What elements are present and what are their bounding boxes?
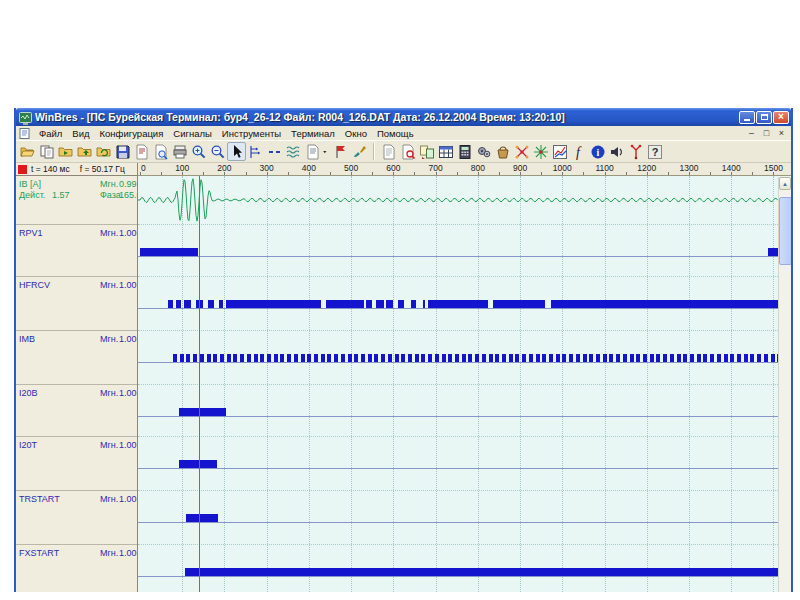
info-icon[interactable]: i	[588, 142, 607, 161]
folder-refresh-icon[interactable]	[94, 142, 113, 161]
menu-окно[interactable]: Окно	[340, 128, 372, 139]
menu-конфигурация[interactable]: Конфигурация	[95, 128, 169, 139]
mdi-close-button[interactable]: ×	[775, 128, 788, 138]
trace-row-i20b[interactable]	[138, 385, 778, 437]
digital-pulse	[551, 300, 778, 308]
titlebar[interactable]: WinBres - [ПС Бурейская Терминал: бур4_2…	[16, 108, 791, 126]
folder-up-icon[interactable]	[75, 142, 94, 161]
digital-pulse	[757, 354, 761, 362]
digital-pulse	[294, 354, 298, 362]
marker-flag-icon[interactable]	[331, 142, 350, 161]
menu-вид[interactable]: Вид	[67, 128, 94, 139]
close-button[interactable]: ×	[773, 111, 789, 124]
basket-icon[interactable]	[493, 142, 512, 161]
digital-pulse	[442, 354, 446, 362]
digital-pulse	[388, 354, 392, 362]
menu-сигналы[interactable]: Сигналы	[168, 128, 217, 139]
window-controls: ×	[739, 111, 789, 124]
page-marked-icon[interactable]	[132, 142, 151, 161]
restore-button[interactable]	[756, 111, 772, 124]
menu-помощь[interactable]: Помощь	[372, 128, 419, 139]
main-content: t = 140 мс f = 50.17 Гц IB [A]Мгн.0.99Де…	[16, 163, 791, 592]
signal-label-row-trstart[interactable]: TRSTARTМгн.1.00	[16, 491, 137, 545]
scroll-up-button[interactable]: ▲	[779, 177, 791, 190]
param-label: Мгн.	[100, 280, 118, 290]
trace-row-fxstart[interactable]	[138, 545, 778, 592]
page-swap-icon[interactable]	[417, 142, 436, 161]
digital-pulse	[314, 354, 318, 362]
vertical-scrollbar[interactable]: ▲	[778, 177, 791, 592]
dash-tool-icon[interactable]	[265, 142, 284, 161]
menu-файл[interactable]: Файл	[34, 128, 67, 139]
trace-row-imb[interactable]	[138, 331, 778, 385]
new-page-icon[interactable]	[379, 142, 398, 161]
param-value: 1.00	[119, 388, 137, 398]
save-icon[interactable]	[113, 142, 132, 161]
param-label: Дейст.	[19, 190, 45, 200]
ruler-minor-tick	[330, 172, 331, 175]
page-background: WinBres - [ПС Бурейская Терминал: бур4_2…	[0, 0, 800, 600]
menu-инструменты[interactable]: Инструменты	[217, 128, 286, 139]
zoom-in-icon[interactable]	[189, 142, 208, 161]
signal-label-row-i20b[interactable]: I20BМгн.1.00	[16, 385, 137, 437]
trace-row-iba[interactable]	[138, 176, 778, 225]
trace-row-rpv1[interactable]	[138, 225, 778, 277]
mdi-window-controls: – □ ×	[745, 128, 788, 138]
open-folder-icon[interactable]	[18, 142, 37, 161]
table-view-icon[interactable]	[436, 142, 455, 161]
ruler-minor-tick	[351, 172, 352, 175]
digital-pulse	[509, 354, 513, 362]
mdi-minimize-button[interactable]: –	[745, 128, 758, 138]
help-icon[interactable]: ?	[645, 142, 664, 161]
time-cursor-line[interactable]	[199, 176, 200, 592]
snowflake-icon[interactable]	[531, 142, 550, 161]
antenna-icon[interactable]	[626, 142, 645, 161]
trace-row-i20t[interactable]	[138, 437, 778, 491]
wave-lines-icon[interactable]	[284, 142, 303, 161]
param-value: 1.57	[52, 190, 70, 200]
gear-machine-icon[interactable]	[474, 142, 493, 161]
digital-pulse	[179, 408, 226, 416]
waveform-canvas[interactable]	[138, 176, 778, 592]
ruler-minor-tick	[457, 172, 458, 175]
digital-pulse	[730, 354, 734, 362]
signal-label-row-imb[interactable]: IMBМгн.1.00	[16, 331, 137, 385]
folder-in-icon[interactable]	[56, 142, 75, 161]
digital-pulse	[623, 354, 627, 362]
scrollbar-thumb[interactable]	[779, 197, 792, 265]
dropdown-arrow-icon[interactable]	[322, 142, 331, 161]
signal-label-row-fxstart[interactable]: FXSTARTМгн.1.00	[16, 545, 137, 592]
copy-pages-icon[interactable]	[37, 142, 56, 161]
trace-row-hfrcv[interactable]	[138, 277, 778, 331]
analog-waveform	[138, 176, 778, 225]
tree-branch-icon[interactable]	[512, 142, 531, 161]
signal-name: IMB	[19, 334, 35, 344]
minimize-button[interactable]	[739, 111, 755, 124]
signal-label-row-iba[interactable]: IB [A]Мгн.0.99Дейст.1.57Фаза165.64	[16, 176, 137, 225]
param-value: 1.00	[119, 494, 137, 504]
menu-терминал[interactable]: Терминал	[286, 128, 340, 139]
select-cursor-icon[interactable]	[227, 142, 246, 161]
signal-probe-icon[interactable]	[246, 142, 265, 161]
signal-name: IB [A]	[19, 179, 41, 189]
trace-row-trstart[interactable]	[138, 491, 778, 545]
printer-icon[interactable]	[170, 142, 189, 161]
speaker-icon[interactable]	[607, 142, 626, 161]
digital-pulse	[630, 354, 634, 362]
signal-label-row-i20t[interactable]: I20TМгн.1.00	[16, 437, 137, 491]
signal-label-row-rpv1[interactable]: RPV1Мгн.1.00	[16, 225, 137, 277]
digital-pulse	[542, 354, 546, 362]
signal-label-row-hfrcv[interactable]: HFRCVМгн.1.00	[16, 277, 137, 331]
page-options-icon[interactable]	[303, 142, 322, 161]
digital-pulse	[435, 354, 439, 362]
page-find-icon[interactable]	[398, 142, 417, 161]
paint-brush-icon[interactable]	[350, 142, 369, 161]
mdi-restore-button[interactable]: □	[760, 128, 773, 138]
function-f-icon[interactable]: f	[569, 142, 588, 161]
calculator-icon[interactable]	[455, 142, 474, 161]
zoom-out-icon[interactable]	[208, 142, 227, 161]
digital-pulse	[455, 354, 459, 362]
print-preview-icon[interactable]	[151, 142, 170, 161]
chart-view-icon[interactable]	[550, 142, 569, 161]
app-icon	[19, 111, 32, 124]
